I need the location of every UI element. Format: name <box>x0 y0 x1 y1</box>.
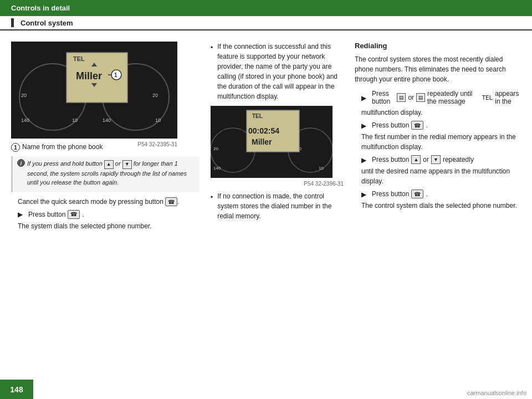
redialing-heading: Redialing <box>355 42 521 50</box>
step3-press-line: ▶ Press button ▲ or ▼ repeatedly <box>361 155 521 164</box>
down-btn-icon: ▼ <box>122 160 132 169</box>
step1-btn-down: ▤ <box>416 93 425 102</box>
arrow-bullet-1: ▶ <box>18 211 23 218</box>
tel-img-caption: P54 32-2396-31 <box>211 181 344 187</box>
left-column: 20 140 20 10 20 140 20 10 TEL Miller <box>11 42 200 369</box>
left-body-text: The system dials the selected phone numb… <box>18 221 200 231</box>
svg-text:140: 140 <box>21 117 29 123</box>
step1-label: Press button <box>372 90 395 105</box>
step4-label: Press button <box>372 190 409 198</box>
bullet-dot-1: • <box>211 43 213 53</box>
svg-text:140: 140 <box>213 166 221 171</box>
period: . <box>82 211 84 218</box>
bullet-dot-2: • <box>211 192 213 202</box>
step2-press-line: ▶ Press button ☎ . <box>361 121 521 130</box>
arrow-bullet-r2: ▶ <box>361 122 366 130</box>
svg-text:10: 10 <box>72 117 78 123</box>
step1-tel-code: TEL <box>482 94 493 101</box>
svg-text:140: 140 <box>103 117 111 123</box>
svg-text:10: 10 <box>155 117 161 123</box>
page-number: 148 <box>0 380 33 399</box>
tel-display-container: 20 140 20 10 TEL 00:02:54 Miller P54 32-… <box>211 106 344 187</box>
svg-text:10: 10 <box>319 166 324 171</box>
info-block: i If you press and hold button ▲ or ▼ fo… <box>11 156 200 192</box>
arrow-bullet-r1: ▶ <box>361 94 366 102</box>
step1-body: multifunction display. <box>361 108 521 117</box>
bullet-item-2: • If no connection is made, the control … <box>211 191 344 221</box>
svg-text:1: 1 <box>114 72 117 78</box>
phone-cancel-icon: ☎ <box>165 197 177 206</box>
svg-text:20: 20 <box>152 93 158 98</box>
arrow-bullet-r3: ▶ <box>361 156 366 164</box>
phone-press-icon: ☎ <box>68 210 80 219</box>
svg-text:20: 20 <box>21 93 27 98</box>
svg-text:00:02:54: 00:02:54 <box>248 126 279 135</box>
step1-press-line: ▶ Press button ▤ or ▤ repeatedly until t… <box>361 90 521 105</box>
bullet-1-text: If the connection is successful and this… <box>217 42 344 101</box>
bullet-item-1: • If the connection is successful and th… <box>211 42 344 101</box>
subheader-title: Control system <box>21 19 73 27</box>
svg-text:Miller: Miller <box>252 137 272 146</box>
cancel-text: Cancel the quick search mode by pressing… <box>18 197 200 207</box>
right-column: Redialing The control system stores the … <box>355 42 521 369</box>
step1-btn-up: ▤ <box>397 93 406 102</box>
left-img-caption: P54 32-2395-31 <box>11 141 177 147</box>
step4-press-line: ▶ Press button ☎ . <box>361 190 521 198</box>
svg-text:20: 20 <box>213 146 218 151</box>
arrow-bullet-r4: ▶ <box>361 191 366 198</box>
svg-text:Miller: Miller <box>76 70 102 81</box>
up-btn-icon: ▲ <box>104 160 114 169</box>
tel-cluster-image: 20 140 20 10 TEL 00:02:54 Miller <box>211 106 332 178</box>
redialing-intro: The control system stores the most recen… <box>355 54 521 84</box>
svg-text:TEL: TEL <box>252 113 263 119</box>
step3-body: until the desired name appears in the mu… <box>361 166 521 186</box>
cluster-image: 20 140 20 10 20 140 20 10 TEL Miller <box>11 42 177 139</box>
header-bar: Controls in detail Control system <box>0 0 532 30</box>
middle-column: • If the connection is successful and th… <box>211 42 344 369</box>
header-title: Controls in detail <box>11 4 70 12</box>
svg-text:TEL: TEL <box>73 55 85 62</box>
step2-phone-icon: ☎ <box>411 121 423 130</box>
step3-btn-down: ▼ <box>431 155 441 164</box>
step2-label: Press button <box>372 121 409 129</box>
bullet-2-text: If no connection is made, the control sy… <box>217 191 344 221</box>
watermark: carmanualsonline.info <box>467 390 526 396</box>
press-button-line: ▶ Press button ☎ . <box>18 210 200 219</box>
step3-btn-up: ▲ <box>411 155 421 164</box>
step3-label: Press button <box>372 156 409 163</box>
info-text: If you press and hold button ▲ or ▼ for … <box>27 159 195 187</box>
step4-phone-icon: ☎ <box>411 190 423 198</box>
press-label: Press button <box>28 211 65 218</box>
main-content: 20 140 20 10 20 140 20 10 TEL Miller <box>0 30 532 374</box>
step4-body: The control system dials the selected ph… <box>361 201 521 211</box>
step2-body: The first number in the redial memory ap… <box>361 132 521 152</box>
info-icon: i <box>17 159 25 167</box>
